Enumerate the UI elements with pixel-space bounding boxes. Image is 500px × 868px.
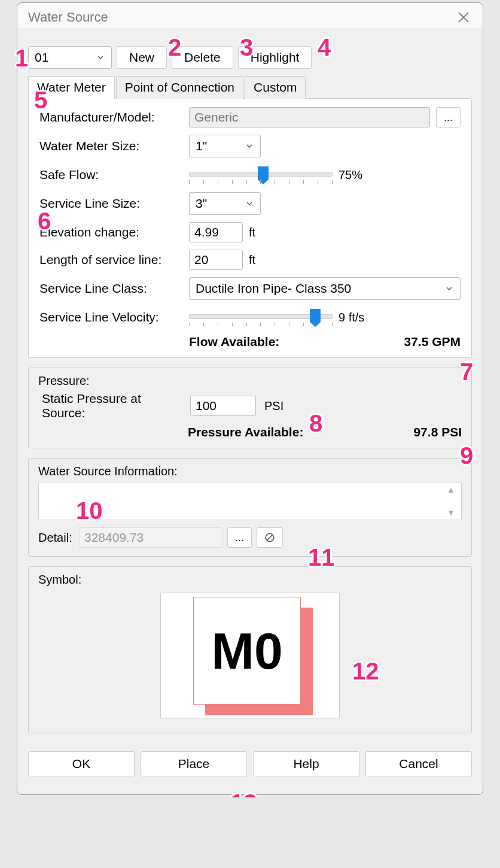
symbol-preview: M0 (160, 593, 340, 718)
tab-point-of-connection[interactable]: Point of Connection (116, 76, 243, 99)
safe-flow-slider[interactable] (189, 165, 333, 185)
dialog-footer: OK Place Help Cancel (17, 733, 483, 782)
static-pressure-unit: PSI (264, 399, 283, 413)
pressure-group: Pressure: Static Pressure at Source: PSI… (28, 368, 472, 448)
annotation-13: 13 (230, 790, 257, 797)
no-entry-icon (264, 532, 275, 543)
safe-flow-value: 75% (339, 168, 362, 182)
service-line-size-select[interactable]: 3" (189, 192, 261, 215)
cancel-button[interactable]: Cancel (365, 751, 472, 776)
place-button[interactable]: Place (141, 751, 247, 776)
detail-clear-button[interactable] (257, 527, 283, 548)
manufacturer-label: Manufacturer/Model: (39, 110, 189, 125)
chevron-down-icon (444, 284, 454, 293)
detail-label: Detail: (38, 531, 74, 545)
symbol-group-label: Symbol: (38, 573, 462, 587)
flow-available-value: 37.5 GPM (404, 335, 461, 349)
static-pressure-label: Static Pressure at Source: (38, 391, 182, 420)
elevation-label: Elevation change: (39, 225, 189, 239)
toolbar: 01 New Delete Highlight (17, 28, 483, 76)
chevron-down-icon (96, 53, 105, 62)
tab-custom[interactable]: Custom (245, 76, 306, 99)
water-meter-panel: Manufacturer/Model: Generic ... Water Me… (28, 98, 472, 358)
flow-available-label: Flow Available: (189, 335, 279, 349)
meter-size-label: Water Meter Size: (39, 139, 189, 153)
velocity-label: Service Line Velocity: (39, 310, 189, 324)
tab-strip: Water Meter Point of Connection Custom (28, 76, 472, 99)
detail-field (79, 527, 222, 548)
manufacturer-field[interactable]: Generic (189, 107, 430, 128)
window-title: Water Source (28, 10, 108, 25)
new-button[interactable]: New (117, 46, 167, 69)
close-icon[interactable] (455, 9, 472, 26)
length-unit: ft (249, 253, 255, 267)
delete-button[interactable]: Delete (172, 46, 233, 69)
pressure-group-label: Pressure: (38, 374, 462, 388)
scroll-up-icon[interactable]: ▲ (447, 485, 455, 494)
source-id-select[interactable]: 01 (28, 46, 112, 69)
length-field[interactable] (189, 250, 243, 270)
pressure-available-value: 97.8 PSI (413, 425, 462, 439)
symbol-group: Symbol: M0 (28, 566, 472, 733)
service-line-size-label: Service Line Size: (39, 196, 189, 211)
ok-button[interactable]: OK (28, 751, 135, 776)
velocity-slider[interactable] (189, 307, 333, 327)
water-source-info-group: Water Source Information: ▲ ▼ Detail: ..… (28, 458, 472, 557)
tab-water-meter[interactable]: Water Meter (28, 76, 115, 99)
titlebar: Water Source (17, 3, 483, 28)
source-id-value: 01 (35, 50, 48, 65)
chevron-down-icon (245, 141, 254, 151)
detail-browse-button[interactable]: ... (227, 527, 252, 548)
manufacturer-browse-button[interactable]: ... (436, 107, 461, 128)
scroll-down-icon[interactable]: ▼ (447, 508, 455, 517)
water-source-dialog: Water Source 01 New Delete Highlight Wat… (17, 2, 483, 795)
elevation-unit: ft (249, 226, 255, 239)
meter-size-select[interactable]: 1" (189, 135, 261, 157)
static-pressure-field[interactable] (190, 396, 256, 416)
chevron-down-icon (245, 199, 254, 208)
elevation-field[interactable] (189, 222, 243, 242)
safe-flow-label: Safe Flow: (39, 168, 189, 182)
help-button[interactable]: Help (253, 751, 359, 776)
service-line-class-select[interactable]: Ductile Iron Pipe- Class 350 (189, 277, 461, 300)
pressure-available-label: Pressure Available: (188, 425, 303, 439)
water-source-info-textarea[interactable]: ▲ ▼ (38, 482, 462, 520)
velocity-value: 9 ft/s (339, 311, 364, 324)
highlight-button[interactable]: Highlight (238, 46, 312, 69)
water-source-info-label: Water Source Information: (38, 465, 462, 478)
class-label: Service Line Class: (39, 281, 189, 296)
symbol-text: M0 (211, 621, 282, 681)
length-label: Length of service line: (39, 253, 189, 267)
